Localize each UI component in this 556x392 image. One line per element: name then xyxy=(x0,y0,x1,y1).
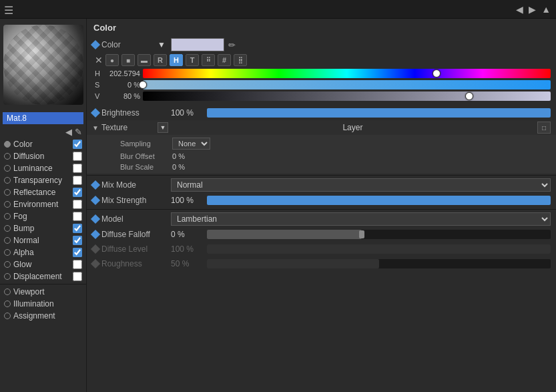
v-thumb[interactable] xyxy=(465,92,473,100)
brightness-diamond-icon xyxy=(91,108,100,118)
main-layout: Mat.8 ◀ ✎ Color Diffusion Luminance xyxy=(0,19,556,392)
sidebar-item-fog[interactable]: Fog xyxy=(0,210,86,222)
divider2 xyxy=(87,209,556,210)
diffuse-level-row: Diffuse Level 100 % xyxy=(87,242,556,256)
sidebar-check-diffusion[interactable] xyxy=(73,152,82,161)
sidebar-item-bump[interactable]: Bump xyxy=(0,222,86,234)
sidebar-item-color[interactable]: Color xyxy=(0,138,86,150)
h-value: 202.5794 xyxy=(105,69,140,77)
v-value: 80 % xyxy=(105,92,140,100)
diffuse-falloff-value: 0 % xyxy=(171,230,204,239)
content-area: Color Color ▼ ✏ ✕ R H T ⠿ # ⣿ xyxy=(87,19,556,392)
sidebar-check-displacement[interactable] xyxy=(73,272,82,281)
s-thumb[interactable] xyxy=(139,81,147,89)
sidebar-check-luminance[interactable] xyxy=(73,164,82,173)
sidebar-check-transparency[interactable] xyxy=(73,176,82,185)
sampling-select[interactable]: None xyxy=(172,138,210,150)
sidebar-item-luminance[interactable]: Luminance xyxy=(0,162,86,174)
color-field-label: Color xyxy=(101,40,155,49)
material-name[interactable]: Mat.8 xyxy=(3,112,83,124)
roughness-label: Roughness xyxy=(101,259,168,268)
sidebar-item-assignment[interactable]: Assignment xyxy=(0,310,86,322)
sidebar-edit-btn[interactable]: ✎ xyxy=(75,127,82,137)
brightness-slider[interactable] xyxy=(207,108,551,118)
roughness-slider[interactable] xyxy=(207,259,551,268)
mode-t-btn[interactable]: T xyxy=(186,54,199,66)
mode-hash-btn[interactable]: # xyxy=(218,54,231,66)
texture-dropdown-btn[interactable]: ▼ xyxy=(158,122,168,133)
hamburger-icon[interactable]: ☰ xyxy=(4,4,13,17)
forward-icon[interactable]: ▶ xyxy=(529,4,536,15)
sidebar-check-glow[interactable] xyxy=(73,260,82,269)
s-slider[interactable] xyxy=(143,80,551,89)
blur-scale-row: Blur Scale 0 % xyxy=(120,162,551,172)
color-dropdown-arrow[interactable]: ▼ xyxy=(158,40,168,49)
sidebar-label-viewport: Viewport xyxy=(13,287,82,297)
glow-dot xyxy=(4,261,11,268)
sidebar-item-displacement[interactable]: Displacement xyxy=(0,270,86,282)
sidebar-check-normal[interactable] xyxy=(73,236,82,245)
mix-mode-select[interactable]: Normal xyxy=(171,178,551,192)
sidebar-item-environment[interactable]: Environment xyxy=(0,198,86,210)
color-swatch[interactable] xyxy=(171,38,224,51)
sidebar-check-color[interactable] xyxy=(73,140,82,149)
model-select[interactable]: Lambertian xyxy=(171,212,551,226)
circle-btn[interactable] xyxy=(105,54,119,66)
blur-scale-label: Blur Scale xyxy=(120,163,167,171)
mode-dots-btn[interactable]: ⠿ xyxy=(202,54,215,66)
sidebar-item-transparency[interactable]: Transparency xyxy=(0,174,86,186)
sidebar-label-reflectance: Reflectance xyxy=(13,188,70,197)
h-row: H 202.5794 xyxy=(92,69,551,78)
sidebar-label-diffusion: Diffusion xyxy=(13,152,70,161)
h-thumb[interactable] xyxy=(433,69,441,77)
diffuse-level-diamond-icon xyxy=(91,244,100,254)
diffuse-falloff-fill xyxy=(207,230,362,239)
square-btn[interactable] xyxy=(121,54,135,66)
sidebar-check-alpha[interactable] xyxy=(73,248,82,257)
sidebar-item-glow[interactable]: Glow xyxy=(0,258,86,270)
divider1 xyxy=(87,175,556,176)
sidebar-label-normal: Normal xyxy=(13,236,70,245)
sidebar-check-fog[interactable] xyxy=(73,212,82,221)
sidebar-item-diffusion[interactable]: Diffusion xyxy=(0,150,86,162)
sidebar-item-alpha[interactable]: Alpha xyxy=(0,246,86,258)
mode-h-btn[interactable]: H xyxy=(170,54,183,66)
back-icon[interactable]: ◀ xyxy=(516,4,523,15)
texture-layer-btn[interactable]: □ xyxy=(537,122,551,134)
color-dot xyxy=(4,141,11,148)
diffuse-falloff-slider[interactable] xyxy=(207,230,551,239)
sidebar-item-normal[interactable]: Normal xyxy=(0,234,86,246)
eyedropper-btn[interactable]: ✏ xyxy=(227,40,237,50)
sidebar-item-reflectance[interactable]: Reflectance xyxy=(0,186,86,198)
diffuse-level-slider[interactable] xyxy=(207,244,551,254)
sidebar-item-illumination[interactable]: Illumination xyxy=(0,298,86,310)
sidebar-check-bump[interactable] xyxy=(73,224,82,233)
close-icon[interactable]: ✕ xyxy=(95,55,103,65)
h-slider[interactable] xyxy=(143,69,551,78)
sidebar-label-alpha: Alpha xyxy=(13,248,70,257)
alpha-dot xyxy=(4,249,11,256)
diffuse-falloff-thumb[interactable] xyxy=(359,230,364,238)
mix-mode-row: Mix Mode Normal xyxy=(87,177,556,193)
sidebar-label-fog: Fog xyxy=(13,212,70,221)
v-label: V xyxy=(95,92,103,100)
mode-grid-btn[interactable]: ⣿ xyxy=(234,54,247,66)
mix-mode-label: Mix Mode xyxy=(101,180,168,190)
bump-dot xyxy=(4,225,11,232)
sidebar-check-environment[interactable] xyxy=(73,200,82,209)
mode-r-btn[interactable]: R xyxy=(154,54,167,66)
v-slider[interactable] xyxy=(143,91,551,101)
sidebar-item-viewport[interactable]: Viewport xyxy=(0,286,86,298)
sidebar-check-reflectance[interactable] xyxy=(73,188,82,197)
mix-strength-label: Mix Strength xyxy=(101,196,168,205)
mix-strength-slider[interactable] xyxy=(207,196,551,205)
gradient-btn[interactable] xyxy=(137,54,151,66)
up-icon[interactable]: ▲ xyxy=(541,4,551,15)
sidebar-label-environment: Environment xyxy=(13,200,70,209)
blur-offset-label: Blur Offset xyxy=(120,152,167,160)
diffusion-dot xyxy=(4,153,11,160)
sidebar: Mat.8 ◀ ✎ Color Diffusion Luminance xyxy=(0,19,87,392)
texture-expand-icon[interactable]: ▼ xyxy=(92,124,99,132)
color-mode-row: ✕ R H T ⠿ # ⣿ xyxy=(92,54,551,66)
sidebar-back-btn[interactable]: ◀ xyxy=(65,127,72,137)
